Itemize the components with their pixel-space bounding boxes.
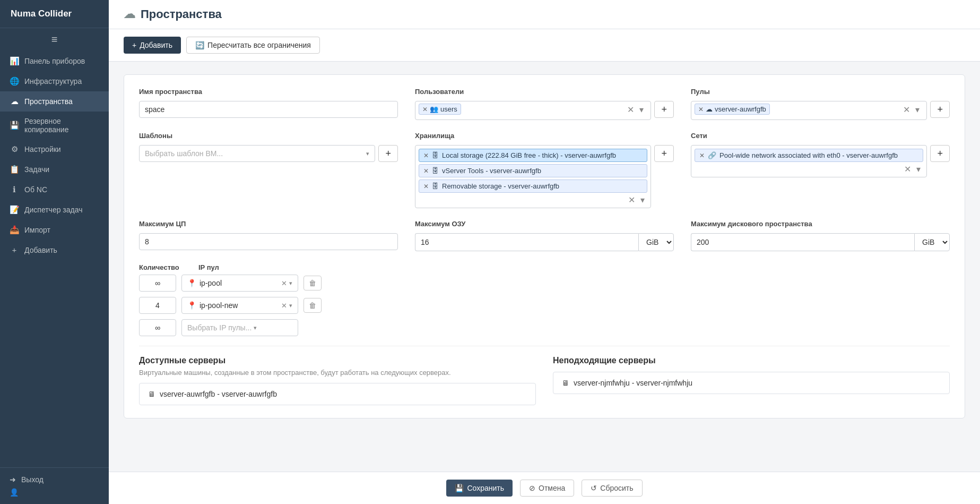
users-tag-0: ✕ 👥 users (419, 104, 461, 115)
users-tag-select[interactable]: ✕ 👥 users ✕ ▾ (415, 101, 651, 120)
save-label: Сохранить (467, 484, 504, 492)
space-name-group: Имя пространства (139, 88, 398, 120)
space-name-input[interactable] (139, 101, 398, 118)
users-tag-text: users (440, 105, 457, 113)
settings-icon: ⚙ (10, 144, 19, 154)
users-add-btn[interactable]: + (654, 101, 674, 118)
save-button[interactable]: 💾 Сохранить (446, 480, 513, 497)
cancel-icon: ⊘ (529, 484, 535, 492)
max-disk-unit-select[interactable]: GiB MiB TiB (914, 233, 950, 251)
storage-remove-2[interactable]: ✕ (423, 183, 429, 190)
unsuitable-server-text-0: vserver-njmfwhju - vserver-njmfwhju (574, 379, 692, 387)
available-servers-title: Доступные серверы (139, 356, 536, 365)
storages-dropdown-btn[interactable]: ▾ (639, 196, 646, 204)
ip-count-2[interactable] (139, 319, 176, 336)
storages-select[interactable]: ✕ 🗄 Local storage (222.84 GiB free - thi… (415, 145, 651, 208)
storage-icon-2: 🗄 (432, 182, 439, 190)
pools-tag-select[interactable]: ✕ ☁ vserver-auwrfgfb ✕ ▾ (691, 101, 927, 120)
networks-select[interactable]: ✕ 🔗 Pool-wide network associated with et… (691, 145, 927, 177)
ip-row-delete-1[interactable]: 🗑 (303, 298, 322, 313)
templates-select[interactable]: Выбрать шаблон ВМ... ▾ (139, 145, 375, 162)
storage-text-0: Local storage (222.84 GiB free - thick) … (442, 151, 616, 159)
ip-pool-pin-icon-0: 📍 (187, 279, 196, 287)
networks-clear-btn[interactable]: ✕ (903, 165, 913, 174)
cancel-label: Отмена (539, 484, 565, 492)
sidebar-item-settings[interactable]: ⚙ Настройки (0, 139, 109, 159)
storage-text-2: Removable storage - vserver-auwrfgfb (442, 182, 559, 190)
max-ram-input-group: GiB MiB TiB (415, 233, 674, 251)
recalculate-button[interactable]: 🔄 Пересчитать все ограничения (186, 37, 320, 54)
sidebar-item-spaces[interactable]: ☁ Пространства (0, 91, 109, 112)
pools-add-btn[interactable]: + (930, 101, 950, 118)
storage-remove-0[interactable]: ✕ (423, 152, 429, 159)
networks-actions: ✕ ▾ (695, 164, 923, 174)
storage-remove-1[interactable]: ✕ (423, 167, 429, 175)
sidebar: Numa Collider ≡ 📊 Панель приборов 🌐 Инфр… (0, 0, 109, 504)
max-ram-unit-select[interactable]: GiB MiB TiB (638, 233, 674, 251)
ip-count-0[interactable] (139, 275, 176, 292)
sidebar-item-about[interactable]: ℹ Об NC (0, 180, 109, 200)
ip-pool-remove-1[interactable]: ✕ (281, 302, 287, 310)
import-icon: 📥 (10, 225, 19, 235)
ip-pool-remove-0[interactable]: ✕ (281, 279, 287, 287)
sidebar-item-backup[interactable]: 💾 Резервное копирование (0, 112, 109, 139)
max-disk-input[interactable] (691, 233, 914, 251)
sidebar-item-dashboard[interactable]: 📊 Панель приборов (0, 51, 109, 71)
network-icon-0: 🔗 (708, 151, 716, 159)
max-ram-group: Максимум ОЗУ GiB MiB TiB (415, 220, 674, 251)
sidebar-item-import[interactable]: 📥 Импорт (0, 220, 109, 240)
available-server-0: 🖥 vserver-auwrfgfb - vserver-auwrfgfb (139, 383, 536, 405)
users-clear-btn[interactable]: ✕ (626, 106, 636, 114)
sidebar-item-add[interactable]: + Добавить (0, 240, 109, 260)
max-ram-input[interactable] (415, 233, 638, 251)
section-divider (139, 346, 950, 346)
page-header-icon: ☁ (124, 7, 135, 21)
storages-clear-btn[interactable]: ✕ (627, 196, 637, 204)
logout-icon: ➜ (10, 475, 16, 484)
sidebar-item-label: Задачи (24, 165, 49, 174)
sidebar-item-task-manager[interactable]: 📝 Диспетчер задач (0, 200, 109, 220)
ip-row-delete-0[interactable]: 🗑 (303, 276, 322, 291)
logout-item[interactable]: ➜ Выход (10, 475, 99, 484)
pools-dropdown-btn[interactable]: ▾ (914, 106, 921, 114)
ip-pool-label: IP пул (198, 263, 219, 271)
storages-add-btn[interactable]: + (654, 145, 674, 162)
storage-item-2: ✕ 🗄 Removable storage - vserver-auwrfgfb (419, 180, 647, 193)
space-name-label: Имя пространства (139, 88, 398, 96)
ip-pool-actions-0: ✕ ▾ (280, 279, 292, 287)
max-cpu-input[interactable] (139, 233, 398, 250)
templates-label: Шаблоны (139, 132, 398, 140)
pools-clear-btn[interactable]: ✕ (901, 106, 912, 114)
ip-pool-select-1[interactable]: 📍 ip-pool-new ✕ ▾ (181, 297, 298, 314)
network-remove-0[interactable]: ✕ (699, 152, 705, 159)
add-button[interactable]: + Добавить (124, 37, 181, 54)
reset-button[interactable]: ↺ Сбросить (582, 480, 642, 497)
sidebar-item-label: Панель приборов (24, 57, 85, 65)
ip-pool-inner-0: 📍 ip-pool (187, 279, 277, 287)
hamburger-button[interactable]: ≡ (0, 28, 109, 51)
quantity-label: Количество (139, 263, 179, 271)
sidebar-item-label: Добавить (24, 246, 57, 254)
sidebar-item-label: Пространства (24, 97, 73, 106)
ip-count-1[interactable] (139, 297, 176, 314)
cancel-button[interactable]: ⊘ Отмена (520, 480, 574, 497)
networks-dropdown-btn[interactable]: ▾ (915, 165, 922, 174)
available-servers-col: Доступные серверы Виртуальные машины, со… (139, 356, 536, 405)
templates-add-btn[interactable]: + (378, 145, 398, 162)
users-tag-remove-x[interactable]: ✕ (422, 106, 428, 113)
sidebar-footer: ➜ Выход 👤 (0, 467, 109, 504)
user-item[interactable]: 👤 (10, 488, 99, 497)
pools-label: Пулы (691, 88, 950, 96)
app-title: Numa Collider (0, 0, 109, 28)
storage-icon-1: 🗄 (432, 167, 439, 175)
pools-tag-remove-x[interactable]: ✕ (698, 106, 704, 113)
users-dropdown-btn[interactable]: ▾ (638, 106, 645, 114)
networks-add-btn[interactable]: + (930, 145, 950, 162)
ip-pool-select-0[interactable]: 📍 ip-pool ✕ ▾ (181, 275, 298, 292)
add-label: Добавить (140, 41, 172, 49)
sidebar-item-tasks[interactable]: 📋 Задачи (0, 159, 109, 180)
available-server-text-0: vserver-auwrfgfb - vserver-auwrfgfb (160, 390, 277, 398)
sidebar-item-infrastructure[interactable]: 🌐 Инфраструктура (0, 71, 109, 91)
main-content: ☁ Пространства + Добавить 🔄 Пересчитать … (109, 0, 980, 504)
ip-pool-placeholder-2[interactable]: Выбрать IP пулы... ▾ (181, 319, 298, 336)
